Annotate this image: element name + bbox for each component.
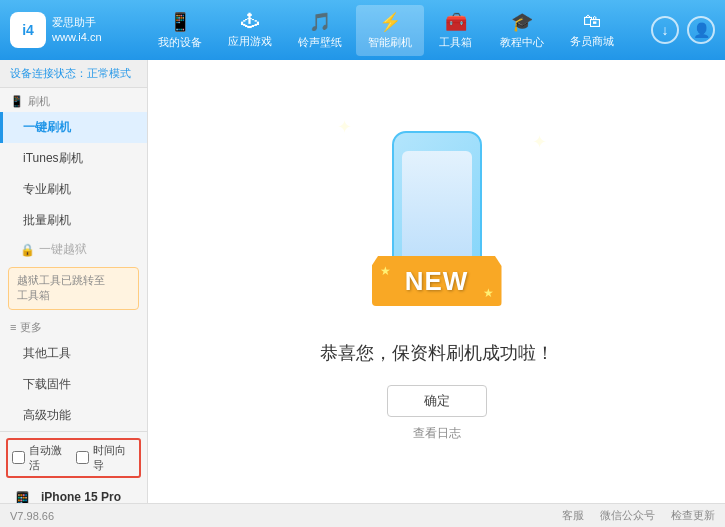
status-value: 正常模式 xyxy=(87,67,131,79)
one-key-flash-label: 一键刷机 xyxy=(23,120,71,134)
jailbreak-warning-text: 越狱工具已跳转至工具箱 xyxy=(17,274,105,301)
apps-games-label: 应用游戏 xyxy=(228,34,272,49)
log-link[interactable]: 查看日志 xyxy=(413,425,461,442)
device-info: 📱 iPhone 15 Pro Max 512GB iPhone xyxy=(6,484,141,503)
sidebar: 设备连接状态：正常模式 📱 刷机 一键刷机 iTunes刷机 专业刷机 批量刷机… xyxy=(0,60,148,503)
logo-text: 爱思助手 www.i4.cn xyxy=(52,15,102,46)
sidebar-bottom: 自动激活 时间向导 📱 iPhone 15 Pro Max 512GB iPho… xyxy=(0,431,147,503)
nav-bar: 📱 我的设备 🕹 应用游戏 🎵 铃声壁纸 ⚡ 智能刷机 🧰 工具箱 🎓 教程中心… xyxy=(120,5,651,56)
nav-ringtones[interactable]: 🎵 铃声壁纸 xyxy=(286,5,354,56)
footer: V7.98.66 客服 微信公众号 检查更新 xyxy=(0,503,725,527)
batch-flash-label: 批量刷机 xyxy=(23,213,71,227)
flash-section-label: 刷机 xyxy=(28,94,50,109)
logo-icon: i4 xyxy=(10,12,46,48)
nav-smart-flash[interactable]: ⚡ 智能刷机 xyxy=(356,5,424,56)
nav-service[interactable]: 🛍 务员商城 xyxy=(558,5,626,56)
sidebar-item-download-fw[interactable]: 下载固件 xyxy=(0,369,147,400)
other-tools-label: 其他工具 xyxy=(23,346,71,360)
main-layout: 设备连接状态：正常模式 📱 刷机 一键刷机 iTunes刷机 专业刷机 批量刷机… xyxy=(0,60,725,503)
footer-right: 客服 微信公众号 检查更新 xyxy=(562,508,715,523)
phone-graphic: ✦ ✦ ★ NEW ★ xyxy=(347,121,527,321)
service-icon: 🛍 xyxy=(583,11,601,32)
footer-left: V7.98.66 xyxy=(10,510,54,522)
logo-char: i4 xyxy=(22,22,34,38)
sidebar-item-other-tools[interactable]: 其他工具 xyxy=(0,338,147,369)
toolbox-icon: 🧰 xyxy=(445,11,467,33)
flash-section-icon: 📱 xyxy=(10,95,24,108)
star-left-icon: ★ xyxy=(380,264,391,278)
jailbreak-warning: 越狱工具已跳转至工具箱 xyxy=(8,267,139,310)
tutorial-icon: 🎓 xyxy=(511,11,533,33)
smart-flash-icon: ⚡ xyxy=(379,11,401,33)
section-jailbreak-disabled: 🔒 一键越狱 xyxy=(0,236,147,263)
version-label: V7.98.66 xyxy=(10,510,54,522)
auto-activate-label[interactable]: 自动激活 xyxy=(29,443,72,473)
toolbox-label: 工具箱 xyxy=(439,35,472,50)
my-device-icon: 📱 xyxy=(169,11,191,33)
section-more: ≡ 更多 xyxy=(0,314,147,338)
download-fw-label: 下载固件 xyxy=(23,377,71,391)
new-ribbon: ★ NEW ★ xyxy=(372,256,502,306)
check-row: 自动激活 时间向导 xyxy=(6,438,141,478)
sparkle-top-left-icon: ✦ xyxy=(337,116,352,138)
header-right: ↓ 👤 xyxy=(651,16,715,44)
more-section-icon: ≡ xyxy=(10,321,16,333)
sidebar-status: 设备连接状态：正常模式 xyxy=(0,60,147,88)
header: i4 爱思助手 www.i4.cn 📱 我的设备 🕹 应用游戏 🎵 铃声壁纸 ⚡… xyxy=(0,0,725,60)
auto-activate-checkbox[interactable] xyxy=(12,451,25,464)
tutorial-label: 教程中心 xyxy=(500,35,544,50)
advanced-label: 高级功能 xyxy=(23,408,71,422)
user-button[interactable]: 👤 xyxy=(687,16,715,44)
time-machine-label[interactable]: 时间向导 xyxy=(93,443,136,473)
footer-customer-service[interactable]: 客服 xyxy=(562,508,584,523)
footer-check-update[interactable]: 检查更新 xyxy=(671,508,715,523)
itunes-flash-label: iTunes刷机 xyxy=(23,151,83,165)
sidebar-item-advanced[interactable]: 高级功能 xyxy=(0,400,147,431)
my-device-label: 我的设备 xyxy=(158,35,202,50)
phone-screen xyxy=(402,151,472,271)
download-button[interactable]: ↓ xyxy=(651,16,679,44)
smart-flash-label: 智能刷机 xyxy=(368,35,412,50)
device-name: iPhone 15 Pro Max xyxy=(41,488,137,503)
sidebar-item-itunes-flash[interactable]: iTunes刷机 xyxy=(0,143,147,174)
nav-tutorial[interactable]: 🎓 教程中心 xyxy=(488,5,556,56)
more-section-label: 更多 xyxy=(20,320,42,335)
content-area: ✦ ✦ ★ NEW ★ 恭喜您，保资料刷机成功啦！ 确定 查看日志 xyxy=(148,60,725,503)
device-details: iPhone 15 Pro Max 512GB iPhone xyxy=(41,488,137,503)
new-badge-text: NEW xyxy=(405,266,469,297)
pro-flash-label: 专业刷机 xyxy=(23,182,71,196)
jailbreak-label: 一键越狱 xyxy=(39,241,87,258)
status-prefix: 设备连接状态： xyxy=(10,67,87,79)
logo-name: 爱思助手 xyxy=(52,15,102,30)
sidebar-item-one-key-flash[interactable]: 一键刷机 xyxy=(0,112,147,143)
ringtones-icon: 🎵 xyxy=(309,11,331,33)
sidebar-item-pro-flash[interactable]: 专业刷机 xyxy=(0,174,147,205)
service-label: 务员商城 xyxy=(570,34,614,49)
ringtones-label: 铃声壁纸 xyxy=(298,35,342,50)
nav-toolbox[interactable]: 🧰 工具箱 xyxy=(426,5,486,56)
logo-site: www.i4.cn xyxy=(52,30,102,45)
logo-area: i4 爱思助手 www.i4.cn xyxy=(10,12,120,48)
confirm-button[interactable]: 确定 xyxy=(387,385,487,417)
section-flash: 📱 刷机 xyxy=(0,88,147,112)
sidebar-item-batch-flash[interactable]: 批量刷机 xyxy=(0,205,147,236)
device-phone-icon: 📱 xyxy=(10,490,35,503)
star-right-icon: ★ xyxy=(483,286,494,300)
nav-apps-games[interactable]: 🕹 应用游戏 xyxy=(216,5,284,56)
nav-my-device[interactable]: 📱 我的设备 xyxy=(146,5,214,56)
time-machine-checkbox[interactable] xyxy=(76,451,89,464)
success-message: 恭喜您，保资料刷机成功啦！ xyxy=(320,341,554,365)
sparkle-top-right-icon: ✦ xyxy=(532,131,547,153)
footer-wechat-public[interactable]: 微信公众号 xyxy=(600,508,655,523)
apps-games-icon: 🕹 xyxy=(241,11,259,32)
lock-icon: 🔒 xyxy=(20,243,35,257)
